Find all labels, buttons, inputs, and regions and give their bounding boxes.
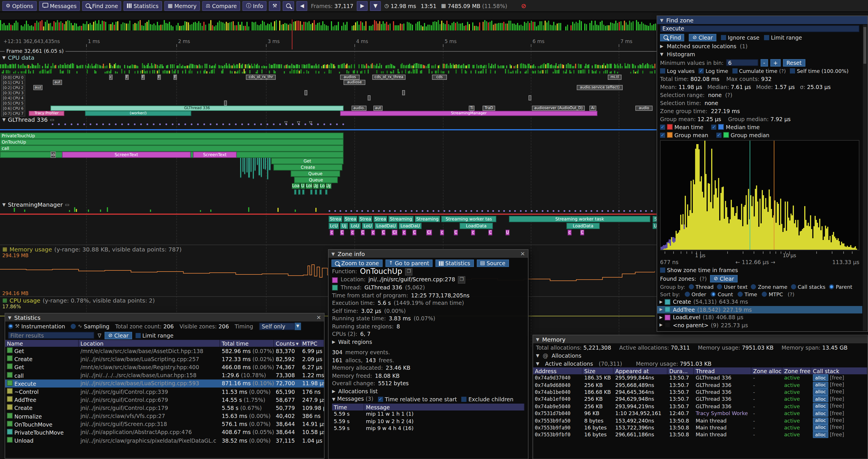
collapse-icon[interactable]: ▼ [332,251,335,256]
timeline-zone[interactable]: LoadData [566,223,600,229]
prev-frame-button[interactable]: ◀ [297,1,308,11]
histogram-plot[interactable] [660,140,859,250]
sort-by-1[interactable]: Count [711,291,733,297]
message-row[interactable]: 5.59 smip 9 w 4 h 4 (16) [332,425,525,432]
find-button[interactable]: Find [660,34,684,41]
zoom-to-zone-button[interactable]: Zoom to zone [332,260,382,267]
active-allocations-toggle[interactable]: ▼ Active allocations (70,311) Memory usa… [533,359,867,367]
wait-regions-toggle[interactable]: ▶ Wait regions [329,338,528,346]
ignore-case-checkbox[interactable]: Ignore case [721,34,760,40]
found-zone-group[interactable]: ▶Create(54,131)643.34 ms [657,298,862,306]
timeline-zone[interactable]: c [350,230,354,235]
alloc-callstack-button[interactable]: alloc [813,389,828,396]
location-value[interactable]: jni/../jni/src/guif/Screen.cpp:278 [369,276,455,284]
timeline-zone[interactable]: c [471,230,475,235]
series-toggle-0[interactable]: Mean time [660,124,704,130]
timeline-zone[interactable]: C [381,230,385,235]
memory-table-header[interactable]: Address Size Appeared at Dura... Thread … [533,367,867,374]
stats-row[interactable]: Normalizejni/../jni/src/claw/vfs/Vfs.cpp… [5,412,324,420]
time-relative-checkbox[interactable]: Time relative to zone start [378,396,457,403]
messages-table-header[interactable]: Time Message [332,403,525,411]
timeline-zone[interactable]: Streaming [415,216,440,222]
copy-icon[interactable]: ❐ [405,268,412,275]
stats-row[interactable]: Createjni/../jni/src/guif/Control.cpp:17… [5,404,324,412]
search-button[interactable] [283,1,294,11]
allocations-toggle[interactable]: ▼ @ Allocations [533,351,867,359]
close-icon[interactable]: × [316,315,321,320]
alloc-callstack-button[interactable]: alloc [813,374,828,381]
sampling-radio[interactable]: ∿ Sampling [71,323,110,329]
stats-row[interactable]: AddTreejni/../jni/src/guif/Control.cpp:6… [5,396,324,403]
stats-row[interactable]: OnTouchMovejni/../jni/src/guif/Screen.cp… [5,420,324,428]
histogram-option-0[interactable]: Log values [660,68,694,74]
message-row[interactable]: 5.59 smip 11 w 1 h 1 (1) [332,411,525,418]
info-button[interactable]: ⓘInfo [243,1,267,11]
collapse-icon[interactable]: ▼ [8,315,11,320]
sort-by-3[interactable]: MTPC [762,291,783,297]
group-by-1[interactable]: User text [717,284,747,290]
memory-usage-header[interactable]: ▦ Memory usage (y-range: 30.88 KB, visib… [2,246,182,253]
stats-row[interactable]: Get/mnt/e/claw/src/claw/base/AssetDict.h… [5,347,324,355]
histogram-option-2[interactable]: Cumulate time(?) [732,68,786,74]
find-zone-query-input[interactable] [660,25,859,32]
timeline-zone[interactable]: LoadData [460,223,493,229]
memory-titlebar[interactable]: ▼ Memory [533,335,867,343]
close-icon[interactable]: × [520,251,525,257]
stats-row[interactable]: calljni/../jni/../../../src/claw/base/Lu… [5,371,324,379]
statistics-titlebar[interactable]: ▼ Statistics × [5,314,324,322]
show-zone-time-checkbox[interactable]: Show zone time in frames [660,267,738,273]
sort-by-2[interactable]: Time [738,291,757,297]
timeline-zone[interactable]: Ci [426,230,432,235]
min-bin-input[interactable] [726,59,758,66]
stats-row[interactable]: Unloadjni/../jni/src/claw/graphics/pixel… [5,436,324,445]
source-button[interactable]: ▤Source [476,260,509,267]
clear-found-button[interactable]: ⊘Clear [710,275,738,282]
options-button[interactable]: ⚙Options [2,1,36,11]
allocation-row[interactable]: 0x74a9d68040256 KB295,668,489ns13:50.7GL… [533,382,867,389]
instrumentation-radio[interactable]: ⚒ Instrumentation [8,323,65,329]
scrollbar-thumb[interactable] [863,27,866,64]
go-to-parent-button[interactable]: ↑Go to parent [385,260,433,267]
group-by-0[interactable]: Thread [688,284,713,290]
timeline-zone[interactable]: LoU [362,223,373,229]
copy-icon[interactable]: ❐ [458,276,466,284]
cpu-usage-header[interactable]: ▦ CPU usage (y-range: 0.78%, visible dat… [2,297,155,304]
timeline-zone[interactable]: Strea [373,216,387,222]
timeline-zone[interactable]: c [440,230,444,235]
allocation-row[interactable]: 0x7553b9fa508 bytes153,492,240ns13:50.8M… [533,417,867,424]
histogram-option-1[interactable]: Log time [699,68,728,74]
timeline-zone[interactable]: c [567,230,571,235]
frame-label[interactable]: Frame 32,661 (6.05 s) [5,48,65,54]
messages-toggle[interactable]: ▼ Messages (3) [332,396,373,403]
timeline-zone[interactable]: c [371,230,375,235]
statistics-button[interactable]: Statistics [124,1,162,11]
alloc-callstack-button[interactable]: alloc [813,410,828,417]
compare-button[interactable]: ⚖Compare [202,1,240,11]
alloc-callstack-button[interactable]: alloc [813,403,828,410]
histogram-option-3[interactable]: Self time (100.00%) [790,68,848,74]
find-zone-titlebar[interactable]: ▼ Find zone [657,16,867,24]
allocation-row[interactable]: 0x74ab1ef040256 KB294,629,948ns13:50.7GL… [533,396,867,403]
timeline-zone[interactable]: Ci [392,230,398,235]
limit-range-checkbox[interactable]: Limit range [135,332,174,338]
timeline-zone[interactable]: Strea [359,216,372,222]
stats-row[interactable]: Createjni/../jni/src/claw/base/LuaScript… [5,355,324,363]
found-zone-group[interactable]: ▶AddTree(18,542)227.19 ms [657,306,862,314]
timeline-zone[interactable]: C [340,230,344,235]
frame-menu-button[interactable]: ▼ [370,1,381,11]
alloc-callstack-button[interactable]: alloc [813,396,828,403]
stats-row[interactable]: ~Controljni/../jni/src/guif/Control.cpp:… [5,388,324,396]
reset-button[interactable]: Reset [783,59,805,66]
exclude-children-checkbox[interactable]: Exclude children [462,396,514,403]
timeline-zone[interactable]: LoadDaU [399,223,422,229]
clear-filter-button[interactable]: ⊘ Clear [105,332,132,339]
zone-info-titlebar[interactable]: ▼ Zone info × [329,250,528,258]
allocations-list-toggle[interactable]: ▶ Allocations list [329,388,528,395]
stats-row[interactable]: Executejni/../jni/src/claw/base/LuaScrip… [5,380,324,388]
filter-input[interactable] [8,332,94,339]
group-by-4[interactable]: Parent [829,284,852,290]
next-frame-button[interactable]: ▶ [357,1,368,11]
timeline-zone[interactable]: U [505,230,509,235]
funnel-icon[interactable]: ∇ [98,332,101,338]
find-zone-button[interactable]: Find zone [83,1,122,11]
